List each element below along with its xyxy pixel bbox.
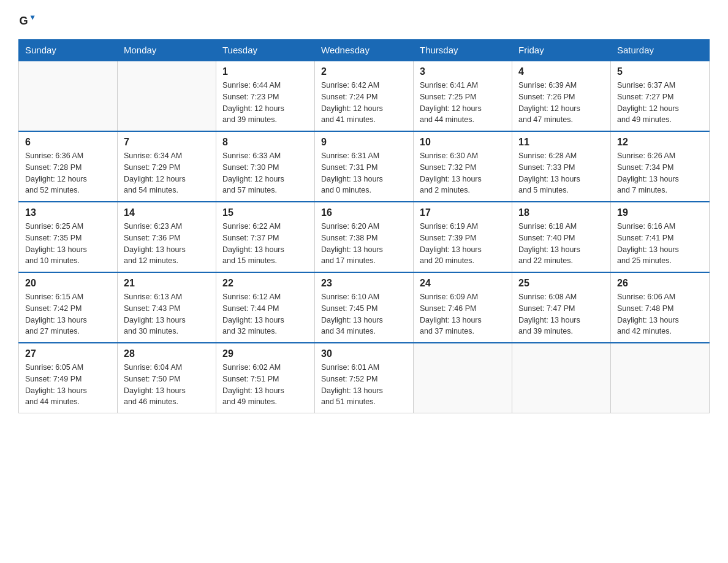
calendar-cell (19, 61, 118, 131)
calendar-cell: 21Sunrise: 6:13 AM Sunset: 7:43 PM Dayli… (118, 272, 216, 343)
calendar-cell: 8Sunrise: 6:33 AM Sunset: 7:30 PM Daylig… (216, 131, 315, 202)
calendar-cell: 15Sunrise: 6:22 AM Sunset: 7:37 PM Dayli… (216, 202, 315, 272)
day-number: 23 (321, 278, 407, 289)
page-header: G (18, 12, 710, 29)
day-number: 3 (420, 66, 506, 77)
day-info: Sunrise: 6:20 AM Sunset: 7:38 PM Dayligh… (321, 221, 407, 267)
week-row-1: 1Sunrise: 6:44 AM Sunset: 7:23 PM Daylig… (19, 61, 710, 131)
calendar-cell: 10Sunrise: 6:30 AM Sunset: 7:32 PM Dayli… (414, 131, 512, 202)
day-info: Sunrise: 6:28 AM Sunset: 7:33 PM Dayligh… (518, 150, 604, 196)
calendar-cell: 26Sunrise: 6:06 AM Sunset: 7:48 PM Dayli… (611, 272, 710, 343)
day-number: 30 (321, 348, 407, 359)
calendar-cell: 16Sunrise: 6:20 AM Sunset: 7:38 PM Dayli… (315, 202, 414, 272)
day-number: 21 (124, 278, 210, 289)
day-header-thursday: Thursday (414, 40, 512, 61)
calendar-cell: 11Sunrise: 6:28 AM Sunset: 7:33 PM Dayli… (512, 131, 611, 202)
week-row-5: 27Sunrise: 6:05 AM Sunset: 7:49 PM Dayli… (19, 343, 710, 413)
svg-marker-1 (31, 16, 35, 20)
day-header-wednesday: Wednesday (315, 40, 414, 61)
day-info: Sunrise: 6:34 AM Sunset: 7:29 PM Dayligh… (124, 150, 210, 196)
day-number: 29 (222, 348, 308, 359)
day-number: 1 (222, 66, 308, 77)
calendar-cell: 1Sunrise: 6:44 AM Sunset: 7:23 PM Daylig… (216, 61, 315, 131)
day-number: 20 (25, 278, 111, 289)
logo: G (18, 12, 38, 29)
calendar-cell: 18Sunrise: 6:18 AM Sunset: 7:40 PM Dayli… (512, 202, 611, 272)
week-row-4: 20Sunrise: 6:15 AM Sunset: 7:42 PM Dayli… (19, 272, 710, 343)
logo-icon: G (18, 12, 36, 29)
day-header-sunday: Sunday (19, 40, 118, 61)
day-number: 24 (420, 278, 506, 289)
calendar-cell: 27Sunrise: 6:05 AM Sunset: 7:49 PM Dayli… (19, 343, 118, 413)
day-info: Sunrise: 6:15 AM Sunset: 7:42 PM Dayligh… (25, 291, 111, 337)
day-number: 2 (321, 66, 407, 77)
day-number: 9 (321, 137, 407, 148)
day-info: Sunrise: 6:36 AM Sunset: 7:28 PM Dayligh… (25, 150, 111, 196)
calendar-cell: 4Sunrise: 6:39 AM Sunset: 7:26 PM Daylig… (512, 61, 611, 131)
day-header-monday: Monday (118, 40, 216, 61)
day-number: 7 (124, 137, 210, 148)
day-number: 12 (617, 137, 703, 148)
calendar-cell: 12Sunrise: 6:26 AM Sunset: 7:34 PM Dayli… (611, 131, 710, 202)
day-info: Sunrise: 6:12 AM Sunset: 7:44 PM Dayligh… (222, 291, 308, 337)
calendar-cell: 9Sunrise: 6:31 AM Sunset: 7:31 PM Daylig… (315, 131, 414, 202)
day-info: Sunrise: 6:02 AM Sunset: 7:51 PM Dayligh… (222, 362, 308, 408)
calendar-cell (118, 61, 216, 131)
day-info: Sunrise: 6:08 AM Sunset: 7:47 PM Dayligh… (518, 291, 604, 337)
calendar-cell: 6Sunrise: 6:36 AM Sunset: 7:28 PM Daylig… (19, 131, 118, 202)
calendar-cell: 23Sunrise: 6:10 AM Sunset: 7:45 PM Dayli… (315, 272, 414, 343)
day-info: Sunrise: 6:18 AM Sunset: 7:40 PM Dayligh… (518, 221, 604, 267)
day-number: 8 (222, 137, 308, 148)
day-number: 11 (518, 137, 604, 148)
day-info: Sunrise: 6:09 AM Sunset: 7:46 PM Dayligh… (420, 291, 506, 337)
day-number: 22 (222, 278, 308, 289)
day-number: 26 (617, 278, 703, 289)
calendar-cell: 28Sunrise: 6:04 AM Sunset: 7:50 PM Dayli… (118, 343, 216, 413)
calendar-cell: 19Sunrise: 6:16 AM Sunset: 7:41 PM Dayli… (611, 202, 710, 272)
day-info: Sunrise: 6:23 AM Sunset: 7:36 PM Dayligh… (124, 221, 210, 267)
day-number: 10 (420, 137, 506, 148)
calendar-cell: 30Sunrise: 6:01 AM Sunset: 7:52 PM Dayli… (315, 343, 414, 413)
day-info: Sunrise: 6:42 AM Sunset: 7:24 PM Dayligh… (321, 80, 407, 126)
day-info: Sunrise: 6:01 AM Sunset: 7:52 PM Dayligh… (321, 362, 407, 408)
day-number: 19 (617, 207, 703, 218)
day-info: Sunrise: 6:13 AM Sunset: 7:43 PM Dayligh… (124, 291, 210, 337)
week-row-3: 13Sunrise: 6:25 AM Sunset: 7:35 PM Dayli… (19, 202, 710, 272)
day-info: Sunrise: 6:19 AM Sunset: 7:39 PM Dayligh… (420, 221, 506, 267)
calendar-cell: 22Sunrise: 6:12 AM Sunset: 7:44 PM Dayli… (216, 272, 315, 343)
day-info: Sunrise: 6:30 AM Sunset: 7:32 PM Dayligh… (420, 150, 506, 196)
day-number: 18 (518, 207, 604, 218)
day-number: 17 (420, 207, 506, 218)
day-info: Sunrise: 6:10 AM Sunset: 7:45 PM Dayligh… (321, 291, 407, 337)
calendar-cell: 25Sunrise: 6:08 AM Sunset: 7:47 PM Dayli… (512, 272, 611, 343)
calendar-table: SundayMondayTuesdayWednesdayThursdayFrid… (18, 39, 710, 413)
day-header-saturday: Saturday (611, 40, 710, 61)
day-number: 13 (25, 207, 111, 218)
calendar-header-row: SundayMondayTuesdayWednesdayThursdayFrid… (19, 40, 710, 61)
calendar-cell: 24Sunrise: 6:09 AM Sunset: 7:46 PM Dayli… (414, 272, 512, 343)
day-info: Sunrise: 6:16 AM Sunset: 7:41 PM Dayligh… (617, 221, 703, 267)
calendar-cell: 2Sunrise: 6:42 AM Sunset: 7:24 PM Daylig… (315, 61, 414, 131)
svg-text:G: G (19, 15, 28, 27)
day-info: Sunrise: 6:39 AM Sunset: 7:26 PM Dayligh… (518, 80, 604, 126)
day-info: Sunrise: 6:44 AM Sunset: 7:23 PM Dayligh… (222, 80, 308, 126)
day-info: Sunrise: 6:31 AM Sunset: 7:31 PM Dayligh… (321, 150, 407, 196)
day-number: 15 (222, 207, 308, 218)
day-info: Sunrise: 6:25 AM Sunset: 7:35 PM Dayligh… (25, 221, 111, 267)
day-number: 6 (25, 137, 111, 148)
day-number: 16 (321, 207, 407, 218)
calendar-cell: 17Sunrise: 6:19 AM Sunset: 7:39 PM Dayli… (414, 202, 512, 272)
day-number: 14 (124, 207, 210, 218)
week-row-2: 6Sunrise: 6:36 AM Sunset: 7:28 PM Daylig… (19, 131, 710, 202)
day-info: Sunrise: 6:06 AM Sunset: 7:48 PM Dayligh… (617, 291, 703, 337)
calendar-cell (512, 343, 611, 413)
day-number: 5 (617, 66, 703, 77)
calendar-cell: 5Sunrise: 6:37 AM Sunset: 7:27 PM Daylig… (611, 61, 710, 131)
day-number: 28 (124, 348, 210, 359)
day-number: 27 (25, 348, 111, 359)
calendar-cell: 13Sunrise: 6:25 AM Sunset: 7:35 PM Dayli… (19, 202, 118, 272)
calendar-cell: 14Sunrise: 6:23 AM Sunset: 7:36 PM Dayli… (118, 202, 216, 272)
day-header-tuesday: Tuesday (216, 40, 315, 61)
day-info: Sunrise: 6:33 AM Sunset: 7:30 PM Dayligh… (222, 150, 308, 196)
day-header-friday: Friday (512, 40, 611, 61)
